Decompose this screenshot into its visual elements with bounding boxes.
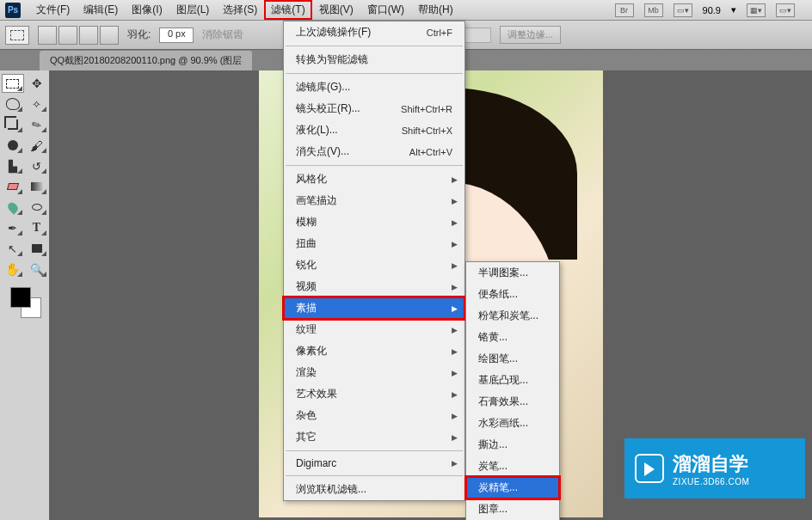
healing-brush-tool[interactable] [2, 136, 24, 155]
zoom-tool[interactable]: 🔍 [26, 260, 48, 278]
feather-label: 羽化: [127, 28, 151, 42]
submenu-water-paper[interactable]: 水彩画纸... [466, 413, 559, 434]
eraser-tool[interactable] [2, 177, 24, 196]
menu-last-filter[interactable]: 上次滤镜操作(F) Ctrl+F [284, 21, 464, 43]
menu-other[interactable]: 其它 [284, 426, 464, 448]
move-tool[interactable]: ✥ [26, 74, 48, 93]
submenu-stamp[interactable]: 图章... [466, 499, 559, 520]
document-tab[interactable]: QQ截图20180208200110.png @ 90.9% (图层 [40, 51, 252, 70]
menu-file[interactable]: 文件(F) [29, 0, 77, 20]
menu-noise[interactable]: 杂色 [284, 405, 464, 426]
separator [286, 450, 463, 451]
marquee-tool[interactable] [2, 74, 24, 93]
separator [286, 165, 463, 166]
submenu-graphic-pen[interactable]: 绘图笔... [466, 348, 559, 370]
submenu-note-paper[interactable]: 便条纸... [466, 284, 559, 305]
separator [286, 46, 463, 46]
shape-tool[interactable] [26, 239, 48, 258]
dodge-tool[interactable] [26, 198, 48, 217]
workspace-icon[interactable]: ▭▾ [776, 3, 795, 17]
gradient-tool[interactable] [26, 177, 48, 196]
menu-render[interactable]: 渲染 [284, 362, 464, 383]
filter-menu-dropdown: 上次滤镜操作(F) Ctrl+F 转换为智能滤镜 滤镜库(G)... 镜头校正(… [283, 21, 465, 501]
arrange-icon[interactable]: ▦▾ [747, 3, 766, 17]
separator [286, 73, 463, 74]
mode-intersect[interactable] [100, 26, 119, 45]
menu-select[interactable]: 选择(S) [216, 0, 264, 20]
mode-add[interactable] [58, 26, 77, 45]
type-tool[interactable]: T [26, 218, 48, 237]
foreground-color[interactable] [10, 287, 31, 308]
menu-edit[interactable]: 编辑(E) [77, 0, 125, 20]
submenu-plaster[interactable]: 石膏效果... [466, 391, 559, 413]
submenu-bas-relief[interactable]: 基底凸现... [466, 370, 559, 391]
mode-new[interactable] [38, 26, 57, 45]
submenu-chrome[interactable]: 铬黄... [466, 327, 559, 348]
path-select-tool[interactable]: ↖ [2, 239, 24, 258]
mode-subtract[interactable] [79, 26, 98, 45]
toolbox: ✥ ✧ ✎ 🖌 ▙ ↺ ✒ T ↖ ✋ 🔍 [0, 70, 50, 520]
antialias-label: 消除锯齿 [202, 28, 243, 42]
menu-digimarc[interactable]: Digimarc [284, 454, 464, 473]
brush-tool[interactable]: 🖌 [26, 136, 48, 155]
menu-window[interactable]: 窗口(W) [360, 0, 411, 20]
crop-tool[interactable] [2, 115, 24, 134]
menu-lens-correction[interactable]: 镜头校正(R)... Shift+Ctrl+R [284, 98, 464, 119]
menu-pixelate[interactable]: 像素化 [284, 340, 464, 362]
menu-sharpen[interactable]: 锐化 [284, 254, 464, 276]
menu-sketch[interactable]: 素描 [284, 297, 464, 319]
menu-layer[interactable]: 图层(L) [169, 0, 217, 20]
blur-tool[interactable] [2, 198, 24, 217]
submenu-halftone-pattern[interactable]: 半调图案... [466, 262, 559, 284]
menu-brush-strokes[interactable]: 画笔描边 [284, 190, 464, 211]
submenu-charcoal[interactable]: 炭笔... [466, 456, 559, 477]
bridge-icon[interactable]: Br [615, 3, 634, 17]
submenu-chalk-charcoal[interactable]: 粉笔和炭笔... [466, 305, 559, 327]
menu-vanishing-point[interactable]: 消失点(V)... Alt+Ctrl+V [284, 141, 464, 162]
zoom-value[interactable]: 90.9 [703, 5, 721, 15]
menu-filter-gallery[interactable]: 滤镜库(G)... [284, 76, 464, 98]
menu-liquify[interactable]: 液化(L)... Shift+Ctrl+X [284, 119, 464, 141]
submenu-torn-edges[interactable]: 撕边... [466, 434, 559, 456]
magic-wand-tool[interactable]: ✧ [26, 95, 48, 113]
hand-tool[interactable]: ✋ [2, 260, 24, 278]
menu-help[interactable]: 帮助(H) [411, 0, 460, 20]
menu-distort[interactable]: 扭曲 [284, 233, 464, 254]
lasso-tool[interactable] [2, 95, 24, 113]
watermark-title: 溜溜自学 [673, 451, 749, 477]
menu-video[interactable]: 视频 [284, 276, 464, 297]
menu-blur[interactable]: 模糊 [284, 211, 464, 233]
app-icon: Ps [5, 3, 21, 18]
menu-browse-online[interactable]: 浏览联机滤镜... [284, 479, 464, 500]
clone-stamp-tool[interactable]: ▙ [2, 156, 24, 175]
menu-image[interactable]: 图像(I) [125, 0, 169, 20]
sketch-submenu: 半调图案... 便条纸... 粉笔和炭笔... 铬黄... 绘图笔... 基底凸… [465, 261, 560, 520]
separator [286, 475, 463, 476]
tool-preset[interactable] [5, 26, 29, 45]
screen-mode-icon[interactable]: ▭▾ [674, 3, 692, 17]
marquee-mode-group [38, 26, 119, 45]
menubar-controls: Br Mb ▭▾ 90.9▾ ▦▾ ▭▾ [615, 3, 812, 17]
menu-texture[interactable]: 纹理 [284, 319, 464, 340]
pen-tool[interactable]: ✒ [2, 218, 24, 237]
minibridge-icon[interactable]: Mb [644, 3, 663, 17]
watermark-badge: 溜溜自学 ZIXUE.3D66.COM [624, 438, 805, 499]
play-icon [635, 454, 664, 483]
menu-filter[interactable]: 滤镜(T) [264, 0, 311, 20]
menu-artistic[interactable]: 艺术效果 [284, 383, 464, 405]
menubar: Ps 文件(F) 编辑(E) 图像(I) 图层(L) 选择(S) 滤镜(T) 视… [0, 0, 812, 21]
menu-stylize[interactable]: 风格化 [284, 168, 464, 190]
menu-convert-smart[interactable]: 转换为智能滤镜 [284, 49, 464, 70]
history-brush-tool[interactable]: ↺ [26, 156, 48, 175]
color-swatches[interactable] [2, 287, 47, 321]
eyedropper-tool[interactable]: ✎ [26, 115, 48, 134]
watermark-url: ZIXUE.3D66.COM [673, 477, 749, 486]
menu-view[interactable]: 视图(V) [312, 0, 360, 20]
adjust-edge-button: 调整边缘... [500, 26, 561, 44]
submenu-conte-crayon[interactable]: 炭精笔... [466, 477, 559, 499]
feather-input[interactable]: 0 px [159, 28, 194, 43]
document-tab-label: QQ截图20180208200110.png @ 90.9% (图层 [50, 55, 242, 65]
